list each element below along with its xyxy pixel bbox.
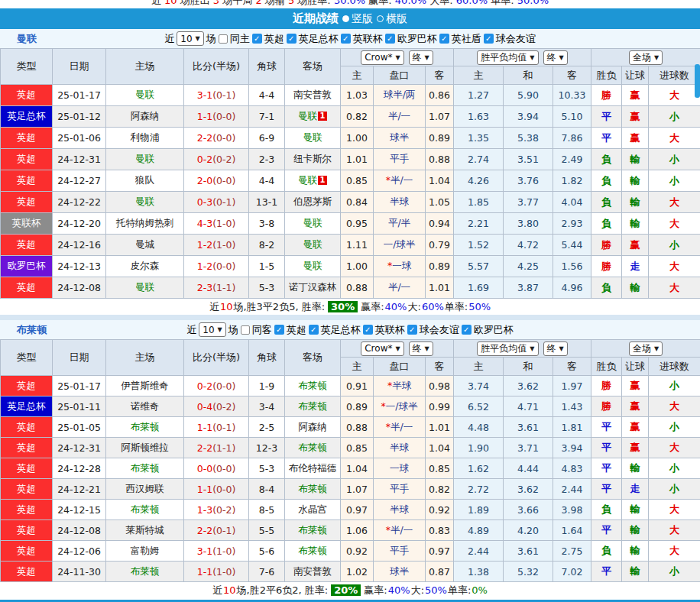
final-odds-select[interactable]: 终▼ <box>409 341 433 356</box>
stat-segment: 60.0% <box>456 0 488 6</box>
odds-home-cell: 0.89 <box>341 396 374 417</box>
result-wdl-cell: 負 <box>591 149 622 170</box>
away-team-cell: 伯恩茅斯 <box>285 192 341 213</box>
odds-home-cell: 1.07 <box>341 479 374 500</box>
handicap-cell: 平手 <box>374 149 426 170</box>
halftime-score: (1-0) <box>212 545 235 557</box>
sub-column-header: 让球 <box>622 358 649 376</box>
away-team-cell: 阿森纳 <box>285 417 341 438</box>
halftime-score: (0-0) <box>212 380 235 392</box>
fulltime-score: 0-3 <box>197 196 212 208</box>
layout-radio-horizontal[interactable]: 横版 <box>377 12 407 26</box>
result-wdl-cell: 平 <box>591 106 622 128</box>
away-team-name: 曼联 <box>303 260 322 271</box>
league-checkbox[interactable]: ✓ <box>439 34 449 44</box>
summary-stat: 50% <box>425 584 447 596</box>
final-avg-select[interactable]: 终▼ <box>543 50 568 65</box>
fulltime-score: 2-3 <box>197 282 212 293</box>
home-team-cell: 伊普斯维奇 <box>106 376 184 396</box>
halftime-score: (1-1) <box>212 282 235 293</box>
team-name: 曼联 <box>17 32 37 46</box>
handicap-cell: 平手 <box>374 541 426 562</box>
league-checkbox[interactable]: ✓ <box>363 325 373 335</box>
away-team-name: 布莱顿 <box>298 524 327 536</box>
away-team-cell: 曼联 <box>285 213 341 235</box>
scrollbar-thumb[interactable] <box>695 64 700 98</box>
fulltime-score: 1-1 <box>197 566 212 578</box>
table-row: 英超24-11-30布莱顿1-1(1-0)7-6南安普敦1.02球半0.871.… <box>1 562 700 582</box>
result-goals-cell: 小 <box>649 458 700 479</box>
corner-cell: 3-4 <box>249 396 285 417</box>
match-date-cell: 24-12-08 <box>53 520 106 541</box>
result-wdl-cell: 勝 <box>591 376 622 396</box>
league-type-cell: 英超 <box>1 520 53 541</box>
away-team-name: 布莱顿 <box>298 545 327 556</box>
column-header: 角球 <box>249 49 285 85</box>
league-checkbox[interactable]: ✓ <box>484 34 494 44</box>
layout-radio-vertical[interactable]: 竖版 <box>342 12 373 26</box>
match-count-select[interactable]: 10▼ <box>177 31 203 46</box>
avg-draw-cell: 3.71 <box>504 438 553 458</box>
result-wdl-cell: 勝 <box>591 235 622 256</box>
home-team-cell: 皮尔森 <box>106 256 184 277</box>
table-row: 英联杯24-12-20托特纳姆热刺4-3(1-0)3-8曼联0.95平/半0.9… <box>1 213 700 235</box>
stat-segment: 近 <box>151 0 164 6</box>
league-type-cell: 欧罗巴杯 <box>1 256 53 277</box>
result-wdl-cell: 平 <box>591 479 622 500</box>
header-group-row: 类型日期主场比分(半场)角球客场Crow*▼终▼胜平负均值▼终▼全场▼ <box>1 340 700 358</box>
same-venue-checkbox[interactable] <box>241 325 250 335</box>
avg-odds-select[interactable]: 胜平负均值▼ <box>477 341 538 356</box>
league-checkbox[interactable]: ✓ <box>407 325 417 335</box>
avg-draw-cell: 3.62 <box>504 479 553 500</box>
league-checkbox[interactable]: ✓ <box>462 325 472 335</box>
scope-select[interactable]: 全场▼ <box>629 50 663 65</box>
result-goals-cell: 大 <box>649 213 700 235</box>
result-handicap-cell: 赢 <box>622 235 649 256</box>
same-venue-label: 同客 <box>252 323 272 337</box>
result-goals-cell: 小 <box>649 562 700 582</box>
corner-cell: 4-4 <box>249 170 285 192</box>
league-checkbox[interactable]: ✓ <box>309 325 319 335</box>
avg-win-cell: 4.26 <box>454 170 504 192</box>
final-odds-select[interactable]: 终▼ <box>409 50 433 65</box>
away-team-cell: 水晶宫 <box>285 500 341 520</box>
win-rate-badge: 30% <box>328 301 358 312</box>
handicap-cell: *半/一 <box>374 520 426 541</box>
fulltime-score: 0-2 <box>197 380 212 392</box>
odds-away-cell: 1.05 <box>426 192 454 213</box>
home-team-cell: 布莱顿 <box>106 562 184 582</box>
league-type-cell: 英超 <box>1 192 53 213</box>
avg-lose-cell: 10.33 <box>553 85 591 106</box>
odds-home-cell: 0.88 <box>341 417 374 438</box>
final-avg-select[interactable]: 终▼ <box>543 341 568 356</box>
odds-away-cell: 1.07 <box>426 106 454 128</box>
corner-cell: 6-9 <box>249 128 285 149</box>
avg-draw-cell: 4.44 <box>504 458 553 479</box>
odds-home-cell: 1.02 <box>341 562 374 582</box>
same-venue-checkbox[interactable] <box>219 34 228 44</box>
table-row: 英超25-01-17曼联3-1(0-1)4-4南安普敦1.03球半/两0.861… <box>1 85 700 106</box>
league-checkbox[interactable]: ✓ <box>252 34 262 44</box>
match-count-select[interactable]: 10▼ <box>199 322 225 337</box>
matches-table: 类型日期主场比分(半场)角球客场Crow*▼终▼胜平负均值▼终▼全场▼主盘口客主… <box>0 339 700 582</box>
odds-away-cell: 0.79 <box>426 235 454 256</box>
avg-odds-select[interactable]: 胜平负均值▼ <box>477 50 538 65</box>
league-checkbox[interactable]: ✓ <box>287 34 297 44</box>
summary-record: 场,胜3平2负5, 胜率: <box>233 300 325 314</box>
odds-company-select[interactable]: Crow*▼ <box>361 50 403 65</box>
match-date-cell: 24-12-27 <box>53 170 106 192</box>
league-checkbox[interactable]: ✓ <box>341 34 351 44</box>
corner-cell: 8-2 <box>249 235 285 256</box>
odds-company-select[interactable]: Crow*▼ <box>361 341 403 356</box>
handicap-text: 一/球半 <box>386 400 418 412</box>
league-checkbox[interactable]: ✓ <box>385 34 395 44</box>
scope-select[interactable]: 全场▼ <box>629 341 663 356</box>
league-checkbox[interactable]: ✓ <box>274 325 284 335</box>
score-cell: 2-2(0-1) <box>184 520 249 541</box>
corner-cell: 7-1 <box>249 106 285 128</box>
corner-cell: 4-4 <box>249 85 285 106</box>
away-team-name: 曼联 <box>303 217 322 228</box>
column-header: 类型 <box>1 340 53 376</box>
stat-segment: 单率: <box>488 0 517 6</box>
summary-prefix: 近 <box>212 584 222 597</box>
